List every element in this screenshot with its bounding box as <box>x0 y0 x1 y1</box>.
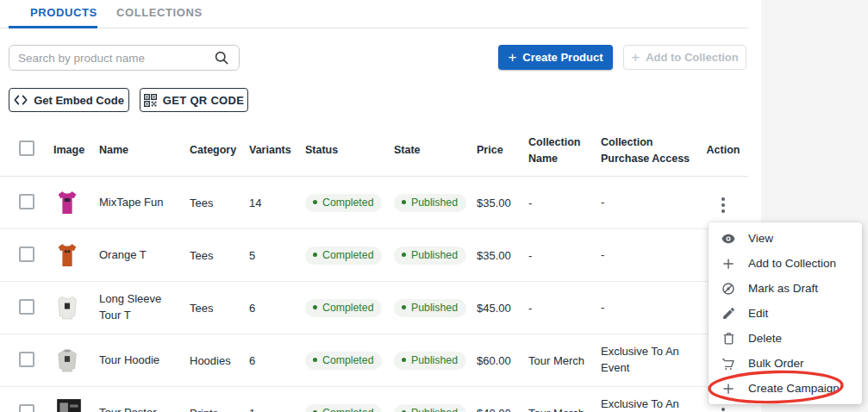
product-image <box>53 189 99 216</box>
menu-item-edit[interactable]: Edit <box>709 301 862 326</box>
status-dot-icon <box>313 253 317 257</box>
product-image <box>53 346 99 374</box>
state-badge: Published <box>394 247 466 265</box>
search-icon <box>213 49 230 66</box>
plus-icon: + <box>631 50 640 65</box>
menu-item-label: View <box>748 232 773 245</box>
tab-bar: PRODUCTS COLLECTIONS <box>0 0 748 28</box>
table-row: Orange T Tees 5 Completed Published $35.… <box>0 229 748 282</box>
status-dot-icon <box>313 305 317 309</box>
search-input[interactable] <box>9 52 213 65</box>
menu-item-label: Edit <box>748 307 768 320</box>
collection-purchase-access: - <box>601 195 698 211</box>
column-header-price: Price <box>474 142 528 158</box>
product-variants: 6 <box>249 302 305 315</box>
state-badge: Published <box>394 299 466 317</box>
status-dot-icon <box>313 200 317 204</box>
menu-item-delete[interactable]: Delete <box>709 326 862 351</box>
qr-code-icon <box>144 94 157 107</box>
collection-purchase-access: Exclusive To An Event <box>601 396 698 412</box>
collection-name: - <box>528 302 601 315</box>
menu-item-label: Add to Collection <box>748 257 836 270</box>
product-price: $60.00 <box>474 354 528 367</box>
product-price: $40.00 <box>474 407 528 412</box>
code-icon <box>14 94 28 106</box>
collection-name: - <box>528 197 601 209</box>
product-variants: 6 <box>249 354 305 367</box>
product-category: Tees <box>190 197 249 209</box>
state-badge: Published <box>394 194 466 212</box>
product-variants: 14 <box>249 197 305 209</box>
row-checkbox[interactable] <box>19 247 34 262</box>
add-to-collection-button[interactable]: + Add to Collection <box>623 45 746 70</box>
product-variants: 1 <box>249 407 305 412</box>
collection-purchase-access: - <box>601 300 698 316</box>
product-price: $35.00 <box>474 197 528 209</box>
product-image <box>53 294 99 321</box>
row-checkbox[interactable] <box>19 352 34 367</box>
row-checkbox[interactable] <box>19 299 34 315</box>
row-actions-button[interactable] <box>721 203 725 207</box>
row-checkbox[interactable] <box>19 194 34 209</box>
eye-off-icon <box>721 281 736 297</box>
row-actions-menu: View Add to Collection Mark as Draft Edi… <box>709 222 862 404</box>
add-to-collection-label: Add to Collection <box>646 51 739 64</box>
plus-icon <box>721 381 736 396</box>
table-row: Tour Poster Prints 1 Completed Published… <box>0 387 748 412</box>
eye-icon <box>721 231 736 247</box>
product-name: Long Sleeve Tour T <box>99 291 190 324</box>
status-badge: Completed <box>305 247 382 265</box>
menu-item-label: Create Campaign <box>748 382 840 395</box>
menu-item-create-campaign[interactable]: Create Campaign <box>709 376 862 401</box>
menu-item-label: Bulk Order <box>748 357 804 370</box>
state-badge: Published <box>394 404 466 412</box>
table-row: Tour Hoodie Hoodies 6 Completed Publishe… <box>0 334 748 387</box>
product-image <box>53 398 99 412</box>
collection-name: Tour Merch <box>528 407 601 412</box>
status-dot-icon <box>402 253 406 257</box>
get-qr-code-label: GET QR CODE <box>163 94 244 107</box>
menu-item-label: Delete <box>748 332 782 345</box>
status-dot-icon <box>402 305 406 309</box>
collection-name: Tour Merch <box>528 354 601 367</box>
menu-item-view[interactable]: View <box>709 226 862 251</box>
status-badge: Completed <box>305 194 382 212</box>
product-price: $35.00 <box>474 249 528 262</box>
get-qr-code-button[interactable]: GET QR CODE <box>140 88 248 112</box>
products-table: Image Name Category Variants Status Stat… <box>0 125 748 412</box>
cart-icon <box>721 356 736 371</box>
menu-item-bulk-order[interactable]: Bulk Order <box>709 351 862 376</box>
product-name: Tour Poster <box>99 405 190 412</box>
column-header-action: Action <box>698 142 748 158</box>
plus-icon <box>721 256 736 272</box>
create-product-button[interactable]: + Create Product <box>498 45 613 70</box>
product-name: Tour Hoodie <box>99 353 190 369</box>
pencil-icon <box>721 306 736 321</box>
status-badge: Completed <box>305 352 382 370</box>
table-row: MixTape Fun Tees 14 Completed Published … <box>0 177 748 229</box>
get-embed-code-button[interactable]: Get Embed Code <box>9 88 129 112</box>
status-dot-icon <box>313 358 317 362</box>
column-header-image: Image <box>53 142 99 158</box>
column-header-status: Status <box>305 142 394 158</box>
row-checkbox[interactable] <box>19 404 34 412</box>
status-badge: Completed <box>305 299 382 317</box>
tab-collections[interactable]: COLLECTIONS <box>116 6 203 19</box>
select-all-checkbox[interactable] <box>19 140 34 156</box>
trash-icon <box>721 331 736 346</box>
collection-name: - <box>528 249 601 262</box>
product-category: Tees <box>190 249 249 262</box>
active-tab-indicator <box>9 26 97 28</box>
column-header-collection-purchase-access: Collection Purchase Access <box>601 134 698 165</box>
table-header-row: Image Name Category Variants Status Stat… <box>0 125 748 177</box>
create-product-label: Create Product <box>522 51 603 64</box>
menu-item-mark-as-draft[interactable]: Mark as Draft <box>709 276 862 301</box>
menu-item-add-to-collection[interactable]: Add to Collection <box>709 251 862 276</box>
product-name: Orange T <box>99 247 190 264</box>
tab-products[interactable]: PRODUCTS <box>30 6 97 19</box>
column-header-collection-name: Collection Name <box>528 134 601 165</box>
product-image <box>53 241 99 269</box>
collection-purchase-access: - <box>601 247 698 264</box>
state-badge: Published <box>394 352 466 370</box>
products-page: PRODUCTS COLLECTIONS + Create Product + … <box>0 0 868 412</box>
